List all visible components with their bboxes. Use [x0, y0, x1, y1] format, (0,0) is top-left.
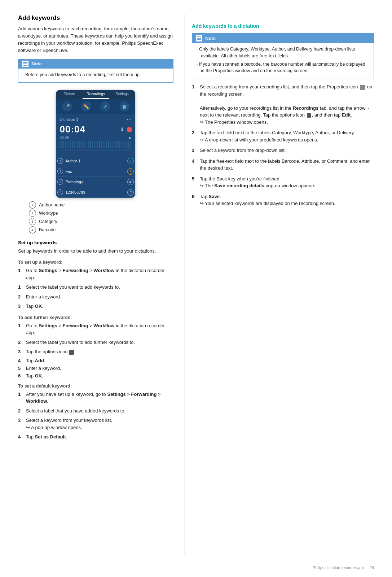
- phone-container: Dictate Recordings Settings 🎤 ✏️ ↗ ▦ Dic…: [18, 90, 173, 198]
- phone-mic-btn[interactable]: 🎙: [119, 126, 125, 133]
- note-box-right: Note Only the labels Category, Worktype,…: [192, 33, 374, 79]
- add-further-step-num-0: 1: [18, 322, 26, 329]
- default-step-num-0: 1: [18, 391, 26, 398]
- legend-label-0: Author name: [39, 202, 65, 207]
- step-4-text: Tap Add.: [26, 358, 173, 363]
- phone-body: Dictation 1 ⋯ 00:04 🎙 00:09 ▶: [56, 114, 135, 156]
- phone-keyword-left-3: 4 123456789: [57, 189, 85, 195]
- add-further-step-num-1: 2: [18, 339, 26, 346]
- note-list-right: Only the labels Category, Worktype, Auth…: [197, 46, 369, 74]
- add-further-step-num-2: 3: [18, 348, 26, 355]
- right-title: Add keywords to a dictation: [192, 23, 374, 29]
- setup-step-text-3: Tap OK.: [26, 303, 173, 310]
- right-step-num-2: 3: [192, 147, 200, 154]
- to-set-default-label: To set a default keyword:: [18, 384, 173, 389]
- add-further-step-0: 1 Go to Settings > Forwarding > Workflow…: [18, 322, 173, 336]
- phone-keyword-row-1: 2 Fax !: [56, 166, 135, 177]
- note-item-1-0: Before you add keywords to a recording, …: [23, 71, 169, 78]
- setup-step-num-3: 3: [18, 303, 26, 310]
- phone-rec-dot: [127, 127, 132, 132]
- right-step-num-0: 1: [192, 83, 200, 91]
- phone-share-icon[interactable]: ↗: [100, 101, 110, 112]
- legend-num-3: 4: [29, 226, 36, 233]
- add-further-step-1: 2 Select the label you want to add furth…: [18, 339, 173, 346]
- legend-label-3: Barcode: [39, 227, 56, 232]
- setup-steps-list: 1 Go to Settings > Forwarding > Workflow…: [18, 267, 173, 310]
- default-step-text-1: Select a label that you have added keywo…: [26, 407, 173, 415]
- phone-keyword-left-1: 2 Fax: [57, 169, 72, 174]
- phone-mockup: Dictate Recordings Settings 🎤 ✏️ ↗ ▦ Dic…: [56, 90, 135, 198]
- right-step-text-3: Tap the free-text field next to the labe…: [200, 158, 374, 172]
- default-step-text-0: After you have set up a keyword, go to S…: [26, 391, 173, 405]
- right-step-5-result: Your selected keywords are displayed on …: [200, 200, 374, 207]
- note-box-1: Note Before you add keywords to a record…: [18, 59, 173, 83]
- default-step-num-2: 3: [18, 417, 26, 424]
- default-step-3: 4 Tap Set as Default.: [18, 433, 173, 441]
- phone-list-icon-3: ☰: [127, 189, 134, 196]
- phone-time-big: 00:04: [60, 124, 85, 135]
- phone-tabs: Dictate Recordings Settings: [56, 90, 135, 99]
- legend-label-1: Worktype: [39, 211, 58, 216]
- phone-keyword-row-2: 3 Pathology ▶: [56, 177, 135, 187]
- right-step-0: 1 Select a recording from your recording…: [192, 83, 374, 126]
- phone-time-small: 00:09 ▶: [60, 136, 132, 140]
- setup-step-1: 1 Select the label you want to add keywo…: [18, 284, 173, 291]
- left-intro: Add various keywords to each recording, …: [18, 25, 173, 54]
- phone-tab-dictate[interactable]: Dictate: [56, 90, 82, 99]
- default-steps-list: 1 After you have set up a keyword, go to…: [18, 391, 173, 441]
- phone-time-row: 00:04 🎙: [60, 123, 132, 136]
- phone-keywords: 1 Author 1 ✓ 2 Fax ! 3: [56, 156, 135, 198]
- phone-keyword-row-0: 1 Author 1 ✓: [56, 156, 135, 166]
- phone-icons-row: 🎤 ✏️ ↗ ▦: [56, 99, 135, 114]
- step-5-text: Enter a keyword.: [26, 366, 173, 371]
- setup-step-3: 3 Tap OK.: [18, 303, 173, 310]
- phone-edit-icon[interactable]: ✏️: [81, 101, 91, 112]
- phone-legend: 1 Author name 2 Worktype 3 Category 4 Ba…: [29, 201, 173, 233]
- phone-divider: [60, 150, 132, 151]
- phone-keyword-left-0: 1 Author 1: [57, 158, 80, 164]
- step-6-num: 6: [18, 373, 26, 379]
- right-step-5: 6 Tap Save. Your selected keywords are d…: [192, 193, 374, 207]
- phone-keyword-left-2: 3 Pathology: [57, 179, 83, 185]
- step-5-num: 5: [18, 366, 26, 371]
- add-further-step-text-1: Select the label you want to add further…: [26, 339, 173, 346]
- note-header-right: Note: [192, 34, 374, 43]
- phone-dot-menu: ⋯: [127, 117, 132, 122]
- steps-4-6: 4 Tap Add. 5 Enter a keyword. 6 Tap OK.: [18, 358, 173, 379]
- setup-step-2: 2 Enter a keyword.: [18, 293, 173, 301]
- phone-tab-recordings[interactable]: Recordings: [83, 90, 109, 99]
- add-further-step-text-2: Tap the options icon .: [26, 348, 173, 355]
- right-step-0-result: The Properties window opens.: [200, 119, 374, 126]
- right-step-num-5: 6: [192, 193, 200, 200]
- legend-item-3: 4 Barcode: [29, 226, 173, 233]
- step-5-row: 5 Enter a keyword.: [18, 366, 173, 371]
- right-step-1: 2 Tap the text field next to the labels …: [192, 129, 374, 143]
- step-6-text: Tap OK.: [26, 373, 173, 379]
- note-label-right: Note: [205, 36, 216, 41]
- setup-step-num-0: 1: [18, 267, 26, 274]
- default-step-num-1: 2: [18, 407, 26, 415]
- add-further-step-text-0: Go to Settings > Forwarding > Workflow i…: [26, 322, 173, 336]
- phone-mic-icon[interactable]: 🎤: [62, 101, 72, 112]
- right-step-2: 3 Select a keyword from the drop-down li…: [192, 147, 374, 154]
- phone-circle-3: 4: [57, 189, 63, 195]
- phone-circle-2: 3: [57, 179, 63, 185]
- phone-keyword-row-3: 4 123456789 ☰: [56, 187, 135, 198]
- note-right-item-1: If you have scanned a barcode, the barco…: [197, 61, 369, 75]
- phone-keyword-label-0: Author 1: [65, 159, 80, 163]
- page-footer: Philips dictation recorder app 29: [313, 565, 374, 570]
- right-step-3: 4 Tap the free-text field next to the la…: [192, 158, 374, 172]
- right-column: Add keywords to a dictation Note Only th…: [184, 14, 374, 555]
- note-label-1: Note: [31, 61, 42, 66]
- phone-tab-settings[interactable]: Settings: [109, 90, 135, 99]
- legend-label-2: Category: [39, 219, 57, 224]
- default-step-num-3: 4: [18, 433, 26, 441]
- phone-check-icon-0: ✓: [127, 158, 134, 164]
- phone-play-btn[interactable]: ▶: [129, 136, 132, 140]
- to-set-up-label: To set up a keyword:: [18, 260, 173, 265]
- default-step-text-3: Tap Set as Default.: [26, 433, 173, 441]
- phone-warn-icon-1: !: [127, 168, 134, 175]
- setup-step-text-0: Go to Settings > Forwarding > Workflow i…: [26, 267, 173, 281]
- phone-qr-icon[interactable]: ▦: [119, 101, 129, 112]
- setup-step-text-1: Select the label you want to add keyword…: [26, 284, 173, 291]
